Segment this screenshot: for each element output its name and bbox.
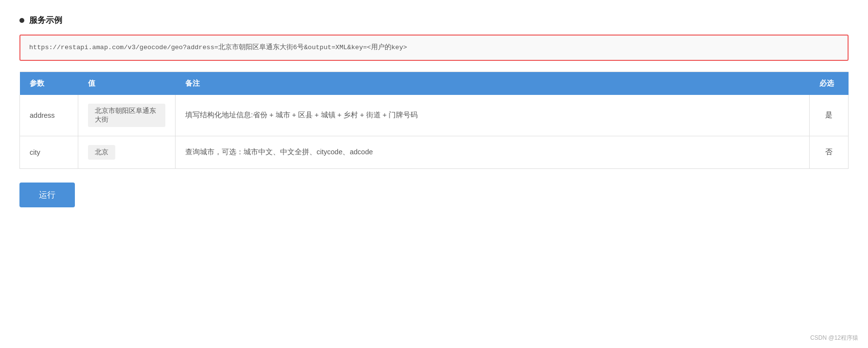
note-cell: 填写结构化地址信息:省份 + 城市 + 区县 + 城镇 + 乡村 + 街道 + … bbox=[176, 95, 810, 136]
col-header-note: 备注 bbox=[176, 72, 810, 95]
value-tag: 北京 bbox=[88, 145, 115, 160]
param-cell: city bbox=[20, 136, 78, 168]
note-cell: 查询城市，可选：城市中文、中文全拼、citycode、adcode bbox=[176, 136, 810, 168]
title-text: 服务示例 bbox=[29, 15, 62, 26]
col-header-required: 必选 bbox=[810, 72, 849, 95]
value-cell: 北京 bbox=[78, 136, 176, 168]
required-cell: 是 bbox=[810, 95, 849, 136]
col-header-value: 值 bbox=[78, 72, 176, 95]
param-cell: address bbox=[20, 95, 78, 136]
url-box: https://restapi.amap.com/v3/geocode/geo?… bbox=[19, 35, 849, 61]
params-table: 参数 值 备注 必选 address北京市朝阳区阜通东大街填写结构化地址信息:省… bbox=[19, 72, 849, 169]
title-bullet bbox=[19, 18, 24, 23]
table-row: address北京市朝阳区阜通东大街填写结构化地址信息:省份 + 城市 + 区县… bbox=[20, 95, 849, 136]
required-cell: 否 bbox=[810, 136, 849, 168]
section-title: 服务示例 bbox=[19, 15, 849, 26]
col-header-param: 参数 bbox=[20, 72, 78, 95]
table-header-row: 参数 值 备注 必选 bbox=[20, 72, 849, 95]
table-row: city北京查询城市，可选：城市中文、中文全拼、citycode、adcode否 bbox=[20, 136, 849, 168]
value-cell: 北京市朝阳区阜通东大街 bbox=[78, 95, 176, 136]
value-tag: 北京市朝阳区阜通东大街 bbox=[88, 104, 165, 127]
run-button[interactable]: 运行 bbox=[19, 183, 75, 207]
